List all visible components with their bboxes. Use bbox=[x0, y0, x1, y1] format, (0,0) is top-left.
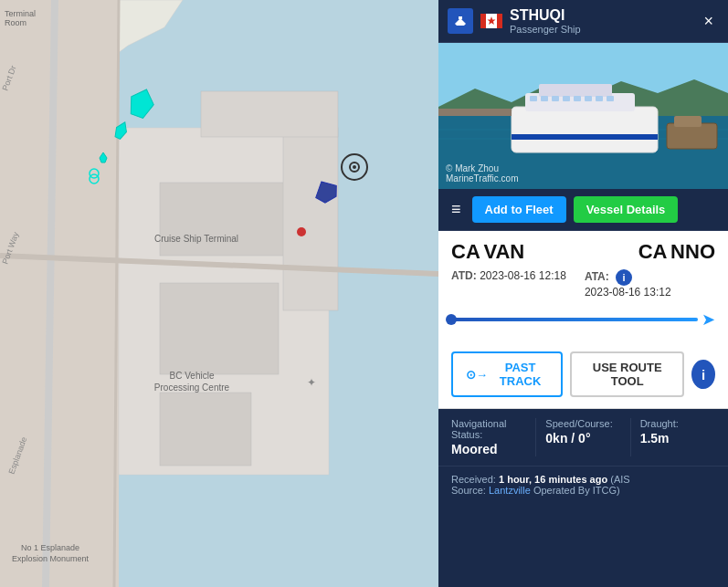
dest-country: CA bbox=[638, 240, 668, 263]
svg-rect-7 bbox=[283, 128, 338, 310]
svg-rect-55 bbox=[674, 116, 702, 127]
svg-text:Processing Centre: Processing Centre bbox=[154, 383, 230, 393]
origin-code: VAN bbox=[483, 240, 524, 263]
atd-value: 2023-08-16 12:18 bbox=[480, 269, 566, 282]
received-prefix: Received: bbox=[451, 474, 499, 485]
svg-rect-42 bbox=[512, 107, 658, 152]
svg-rect-48 bbox=[563, 96, 570, 101]
progress-bar: ➤ bbox=[451, 306, 715, 339]
svg-rect-49 bbox=[574, 96, 581, 101]
svg-text:Explosion Monument: Explosion Monument bbox=[12, 554, 90, 563]
svg-rect-44 bbox=[539, 84, 612, 97]
origin-country: CA bbox=[451, 240, 480, 263]
svg-rect-2 bbox=[0, 0, 119, 587]
nav-status-label: Navigational Status: bbox=[451, 418, 526, 440]
progress-arrow-icon: ➤ bbox=[702, 309, 715, 330]
atd-block: ATD: 2023-08-16 12:18 bbox=[451, 269, 566, 299]
ata-value: 2023-08-16 13:12 bbox=[585, 286, 671, 299]
svg-rect-52 bbox=[607, 96, 614, 101]
dest-code: NNO bbox=[670, 240, 715, 263]
svg-rect-5 bbox=[160, 283, 279, 374]
vessel-type-label: Passenger Ship bbox=[510, 24, 691, 35]
speed-col: Speed/Course: 0kn / 0° bbox=[536, 418, 630, 456]
nav-status-value: Moored bbox=[451, 442, 526, 456]
vessel-image: © Mark Zhou MarineTraffic.com bbox=[438, 43, 728, 189]
route-info-section: CA VAN CA NNO ATD: 2023-08-16 12:18 ATA:… bbox=[438, 231, 728, 344]
nav-status-section: Navigational Status: Moored Speed/Course… bbox=[438, 409, 728, 466]
svg-text:Cruise Ship Terminal: Cruise Ship Terminal bbox=[154, 234, 238, 244]
progress-track bbox=[451, 318, 698, 321]
speed-label: Speed/Course: bbox=[545, 418, 620, 429]
origin-port: CA VAN bbox=[451, 240, 524, 264]
panel-toolbar: ≡ Add to Fleet Vessel Details bbox=[438, 189, 728, 231]
map-svg: Port Dr Port Way Esplanade Cruise Ship T… bbox=[0, 0, 438, 587]
route-ports: CA VAN CA NNO bbox=[451, 240, 715, 264]
past-track-icon: ⊙→ bbox=[466, 368, 488, 382]
image-credit: © Mark Zhou MarineTraffic.com bbox=[446, 163, 518, 183]
menu-button[interactable]: ≡ bbox=[448, 196, 465, 223]
source-label: Source: bbox=[451, 485, 489, 496]
received-time: 1 hour, 16 minutes ago bbox=[499, 474, 607, 485]
svg-point-28 bbox=[353, 165, 356, 169]
add-to-fleet-button[interactable]: Add to Fleet bbox=[472, 196, 566, 223]
svg-point-29 bbox=[297, 227, 306, 236]
destination-port: CA NNO bbox=[638, 240, 715, 264]
source-link[interactable]: Lantzville bbox=[489, 485, 531, 496]
progress-start-dot bbox=[446, 314, 457, 325]
svg-text:BC Vehicle: BC Vehicle bbox=[170, 371, 215, 381]
route-tool-button[interactable]: USE ROUTE TOOL bbox=[570, 351, 684, 397]
route-times: ATD: 2023-08-16 12:18 ATA: i 2023-08-16 … bbox=[451, 269, 715, 299]
svg-text:✦: ✦ bbox=[307, 376, 316, 389]
vessel-details-button[interactable]: Vessel Details bbox=[574, 196, 679, 223]
svg-text:Terminal: Terminal bbox=[5, 9, 36, 18]
svg-rect-47 bbox=[552, 96, 559, 101]
ata-block: ATA: i 2023-08-16 13:12 bbox=[585, 269, 671, 299]
svg-rect-53 bbox=[512, 134, 658, 140]
ata-label: ATA: bbox=[585, 270, 609, 283]
svg-rect-51 bbox=[596, 96, 603, 101]
svg-rect-54 bbox=[667, 123, 717, 149]
draught-col: Draught: 1.5m bbox=[631, 418, 715, 456]
nav-status-col: Navigational Status: Moored bbox=[451, 418, 536, 456]
progress-fill bbox=[451, 318, 698, 321]
svg-rect-56 bbox=[438, 109, 512, 116]
svg-text:Room: Room bbox=[5, 18, 26, 27]
panel-header: STHUQI Passenger Ship × bbox=[438, 0, 728, 43]
action-info-button[interactable]: i bbox=[691, 360, 715, 389]
svg-text:No 1 Esplanade: No 1 Esplanade bbox=[21, 543, 79, 552]
close-button[interactable]: × bbox=[698, 10, 719, 33]
received-info-section: Received: 1 hour, 16 minutes ago (AIS So… bbox=[438, 466, 728, 505]
operated-text: Operated By ITCG) bbox=[531, 485, 620, 496]
vessel-panel: STHUQI Passenger Ship × bbox=[438, 0, 728, 587]
past-track-label: PAST TRACK bbox=[492, 361, 548, 388]
svg-rect-46 bbox=[541, 96, 548, 101]
svg-rect-45 bbox=[530, 96, 537, 101]
svg-rect-6 bbox=[160, 393, 251, 466]
vessel-name: STHUQI bbox=[510, 7, 691, 24]
ais-text: (AIS bbox=[607, 474, 629, 485]
svg-rect-8 bbox=[201, 91, 338, 137]
svg-rect-50 bbox=[585, 96, 592, 101]
action-buttons-row: ⊙→ PAST TRACK USE ROUTE TOOL i bbox=[438, 344, 728, 409]
country-flag bbox=[480, 14, 502, 28]
svg-rect-33 bbox=[459, 16, 462, 19]
route-info-icon[interactable]: i bbox=[616, 269, 632, 286]
speed-value: 0kn / 0° bbox=[545, 431, 620, 445]
draught-label: Draught: bbox=[640, 418, 715, 429]
atd-label: ATD: bbox=[451, 269, 477, 282]
vessel-type-icon bbox=[448, 8, 473, 34]
vessel-title-block: STHUQI Passenger Ship bbox=[510, 7, 691, 35]
map-container[interactable]: Port Dr Port Way Esplanade Cruise Ship T… bbox=[0, 0, 438, 587]
draught-value: 1.5m bbox=[640, 431, 715, 445]
past-track-button[interactable]: ⊙→ PAST TRACK bbox=[451, 351, 563, 397]
